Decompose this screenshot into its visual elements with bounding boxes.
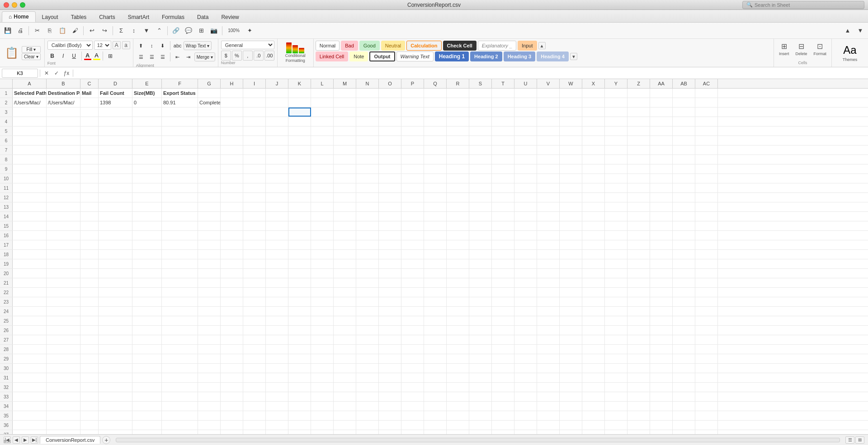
cell-j30[interactable]: [266, 364, 288, 373]
cell-c29[interactable]: [80, 354, 99, 363]
cell-p37[interactable]: [401, 430, 424, 434]
cell-k36[interactable]: [288, 421, 311, 430]
cell-k5[interactable]: [288, 126, 311, 136]
cell-f8[interactable]: [162, 155, 198, 164]
cell-w31[interactable]: [560, 373, 582, 382]
cell-w27[interactable]: [560, 335, 582, 344]
cell-f13[interactable]: [162, 202, 198, 211]
row-num-16[interactable]: 16: [0, 231, 13, 240]
cell-l23[interactable]: [311, 297, 334, 306]
cell-j29[interactable]: [266, 354, 288, 363]
cell-s33[interactable]: [469, 392, 492, 401]
cell-l37[interactable]: [311, 430, 334, 434]
col-header-l[interactable]: L: [311, 79, 334, 88]
cell-t12[interactable]: [492, 193, 514, 202]
cell-s29[interactable]: [469, 354, 492, 363]
cell-ab14[interactable]: [673, 212, 695, 221]
cell-o22[interactable]: [379, 288, 401, 297]
cell-l27[interactable]: [311, 335, 334, 344]
cell-c24[interactable]: [80, 307, 99, 316]
cell-h5[interactable]: [221, 126, 243, 136]
cell-a14[interactable]: [13, 212, 47, 221]
cell-l6[interactable]: [311, 136, 334, 145]
cell-aa24[interactable]: [650, 307, 673, 316]
cell-i8[interactable]: [243, 155, 266, 164]
cell-u16[interactable]: [514, 231, 537, 240]
cell-o30[interactable]: [379, 364, 401, 373]
cell-aa17[interactable]: [650, 240, 673, 249]
cell-z28[interactable]: [627, 345, 650, 354]
cell-d10[interactable]: [99, 174, 132, 183]
cell-b29[interactable]: [47, 354, 80, 363]
cell-r6[interactable]: [447, 136, 469, 145]
cell-d20[interactable]: [99, 269, 132, 278]
styles-scroll-up[interactable]: ▲: [538, 42, 546, 49]
cell-e16[interactable]: [132, 231, 162, 240]
cell-t4[interactable]: [492, 117, 514, 126]
cell-l20[interactable]: [311, 269, 334, 278]
cell-x32[interactable]: [582, 383, 605, 392]
cell-l4[interactable]: [311, 117, 334, 126]
cell-g19[interactable]: [198, 259, 221, 268]
cell-e12[interactable]: [132, 193, 162, 202]
cell-i24[interactable]: [243, 307, 266, 316]
cell-v11[interactable]: [537, 183, 560, 192]
cell-p33[interactable]: [401, 392, 424, 401]
cell-g22[interactable]: [198, 288, 221, 297]
cell-r4[interactable]: [447, 117, 469, 126]
cell-q23[interactable]: [424, 297, 447, 306]
cell-w37[interactable]: [560, 430, 582, 434]
cell-p2[interactable]: [401, 98, 424, 107]
cell-w3[interactable]: [560, 108, 582, 117]
cell-v12[interactable]: [537, 193, 560, 202]
align-center-button[interactable]: ☰: [147, 52, 157, 62]
currency-button[interactable]: $: [221, 51, 231, 61]
cell-l19[interactable]: [311, 259, 334, 268]
cell-t14[interactable]: [492, 212, 514, 221]
cell-v13[interactable]: [537, 202, 560, 211]
cell-f15[interactable]: [162, 221, 198, 230]
cell-f31[interactable]: [162, 373, 198, 382]
merge-button[interactable]: Merge ▾: [194, 52, 215, 61]
cell-z14[interactable]: [627, 212, 650, 221]
cell-d21[interactable]: [99, 278, 132, 287]
cell-q15[interactable]: [424, 221, 447, 230]
cell-x8[interactable]: [582, 155, 605, 164]
print-button[interactable]: 🖨: [14, 25, 26, 37]
cell-e18[interactable]: [132, 250, 162, 259]
cell-aa27[interactable]: [650, 335, 673, 344]
cell-e26[interactable]: [132, 326, 162, 335]
cell-a26[interactable]: [13, 326, 47, 335]
cell-p20[interactable]: [401, 269, 424, 278]
cell-u24[interactable]: [514, 307, 537, 316]
cell-l12[interactable]: [311, 193, 334, 202]
cell-g6[interactable]: [198, 136, 221, 145]
save-button[interactable]: 💾: [2, 25, 14, 37]
style-output[interactable]: Output: [369, 52, 395, 61]
cell-k14[interactable]: [288, 212, 311, 221]
cell-w11[interactable]: [560, 183, 582, 192]
cell-h36[interactable]: [221, 421, 243, 430]
cell-q8[interactable]: [424, 155, 447, 164]
cell-n28[interactable]: [356, 345, 379, 354]
cell-x2[interactable]: [582, 98, 605, 107]
cell-q14[interactable]: [424, 212, 447, 221]
grid-container[interactable]: 1 Selected Path Destination Path Mail Fa…: [0, 89, 868, 434]
cell-b3[interactable]: [47, 108, 80, 117]
cell-r35[interactable]: [447, 411, 469, 420]
cell-l24[interactable]: [311, 307, 334, 316]
cell-k20[interactable]: [288, 269, 311, 278]
cell-q5[interactable]: [424, 126, 447, 136]
cell-d28[interactable]: [99, 345, 132, 354]
cell-i35[interactable]: [243, 411, 266, 420]
cell-z11[interactable]: [627, 183, 650, 192]
cell-j10[interactable]: [266, 174, 288, 183]
cell-c26[interactable]: [80, 326, 99, 335]
cell-z17[interactable]: [627, 240, 650, 249]
col-header-b[interactable]: B: [47, 79, 80, 88]
cell-b2[interactable]: /Users/Mac/: [47, 98, 80, 107]
cell-p35[interactable]: [401, 411, 424, 420]
cell-b31[interactable]: [47, 373, 80, 382]
cell-n36[interactable]: [356, 421, 379, 430]
cell-i20[interactable]: [243, 269, 266, 278]
